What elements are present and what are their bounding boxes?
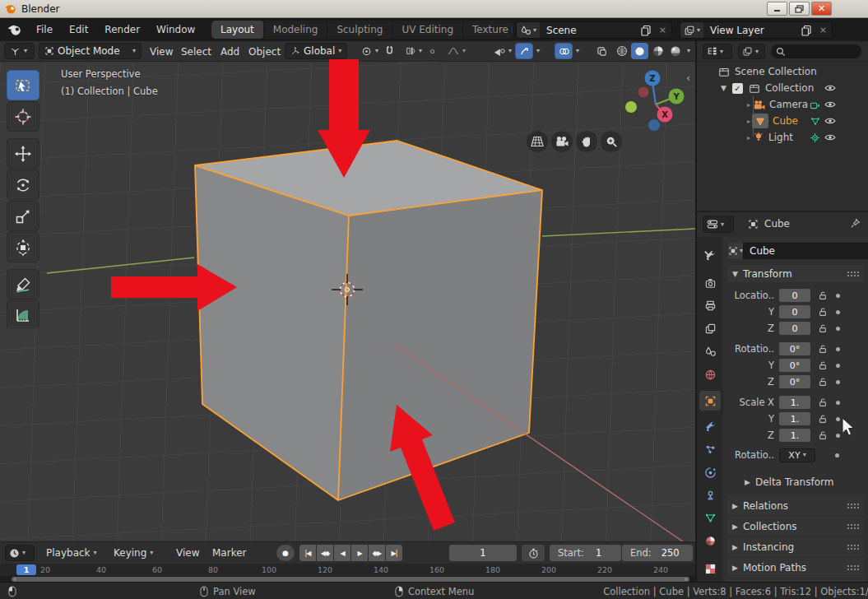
remove-view-layer-icon[interactable]: × <box>815 25 832 35</box>
marker-menu[interactable]: Marker <box>207 542 251 564</box>
rendered-shading-icon[interactable] <box>667 44 683 59</box>
toggle-xray[interactable] <box>594 43 612 59</box>
unlock-icon[interactable] <box>818 344 828 354</box>
properties-panel-header[interactable]: ▶ Relations <box>727 496 864 515</box>
keyframe-dot-icon[interactable] <box>836 417 840 421</box>
tab-scene[interactable] <box>699 341 721 362</box>
value-field[interactable]: 1. <box>779 396 810 409</box>
keyframe-dot-icon[interactable] <box>836 347 840 351</box>
outliner-row-light[interactable]: ▸ Light <box>697 129 868 146</box>
overlays-dropdown[interactable]: ▾ <box>574 43 591 59</box>
keyframe-dot-icon[interactable] <box>836 327 840 331</box>
scene-name[interactable]: Scene <box>540 25 638 36</box>
add-menu[interactable]: Add <box>216 41 244 62</box>
transport-button[interactable]: ◆▶ <box>369 545 385 561</box>
keyframe-dot-icon[interactable] <box>836 310 840 314</box>
transport-button[interactable]: ◀ <box>334 545 350 561</box>
value-field[interactable]: 0° <box>779 375 810 388</box>
menu-item[interactable]: Edit <box>61 21 96 39</box>
mode-selector[interactable]: Object Mode ▾ <box>39 43 142 59</box>
eye-icon[interactable] <box>824 117 836 125</box>
playback-menu[interactable]: Playback▾ <box>41 542 102 564</box>
maximize-button[interactable] <box>789 2 810 16</box>
view-layer-selector[interactable]: ▾ View Layer × <box>680 21 833 39</box>
transform-orientation-selector[interactable]: Global ▾ <box>285 43 347 59</box>
outliner-row-scene-collection[interactable]: Scene Collection <box>697 63 868 80</box>
keyframe-dot-icon[interactable] <box>836 364 840 368</box>
unlock-icon[interactable] <box>818 414 828 424</box>
view-menu[interactable]: View <box>171 542 204 564</box>
proportional-editing-toggle[interactable] <box>428 43 441 59</box>
tab-render[interactable] <box>699 273 721 294</box>
unlock-icon[interactable] <box>818 397 828 407</box>
outliner-row-camera[interactable]: ▸ Camera <box>697 96 868 113</box>
value-field[interactable]: 1. <box>779 412 810 425</box>
start-frame-field[interactable]: Start: 1 <box>550 545 621 561</box>
timeline-ruler[interactable]: 20406080100120140160180200220240 <box>0 564 695 576</box>
measure-tool[interactable] <box>7 300 39 328</box>
keyframe-dot-icon[interactable] <box>836 294 840 298</box>
tab-tool[interactable] <box>699 245 721 266</box>
tab-particles[interactable] <box>699 439 721 460</box>
menu-item[interactable]: Window <box>148 21 203 39</box>
tab-modifiers[interactable] <box>699 416 721 437</box>
outliner-filter[interactable]: ▾ <box>738 44 765 59</box>
rotate-tool[interactable] <box>7 169 39 200</box>
workspace-tab[interactable]: UV Editing <box>392 21 463 39</box>
pin-icon[interactable] <box>850 218 861 229</box>
playhead-marker[interactable]: 1 <box>16 564 36 575</box>
outliner-editor-selector[interactable]: ▾ <box>703 44 732 59</box>
tab-object-data[interactable] <box>699 508 721 529</box>
tab-material[interactable] <box>699 531 721 551</box>
unlock-icon[interactable] <box>818 430 828 440</box>
workspace-tab[interactable]: Texture Paint <box>463 21 513 39</box>
value-field[interactable]: 0 <box>779 322 810 335</box>
view-menu[interactable]: View <box>145 41 178 62</box>
blender-app-menu-icon[interactable] <box>7 22 22 37</box>
pan-hand-button[interactable] <box>576 131 597 152</box>
wireframe-shading-icon[interactable] <box>614 44 629 59</box>
cube-object[interactable] <box>195 141 542 500</box>
value-field[interactable]: 0° <box>779 342 810 355</box>
value-field[interactable]: 0 <box>779 305 810 318</box>
transport-button[interactable]: ▶ <box>351 545 368 561</box>
value-field[interactable]: 1. <box>779 429 810 442</box>
properties-editor-selector[interactable]: ▾ <box>703 216 734 233</box>
eye-icon[interactable] <box>824 100 836 109</box>
value-field[interactable]: 0 <box>779 289 810 302</box>
close-button[interactable]: ✕ <box>811 2 832 16</box>
scale-tool[interactable] <box>7 201 39 231</box>
drag-grip-icon[interactable] <box>847 271 859 277</box>
gizmo-axis-neg-y[interactable] <box>638 87 649 98</box>
outliner-search[interactable] <box>771 44 861 58</box>
keyframe-dot-icon[interactable] <box>835 453 839 457</box>
properties-panel-header[interactable]: ▶ Instancing <box>727 537 864 556</box>
properties-panel-header[interactable]: ▶ Collections <box>727 517 864 536</box>
pivot-point-selector[interactable]: ▾ <box>356 43 383 59</box>
tab-world[interactable] <box>699 365 721 385</box>
drag-grip-icon[interactable] <box>847 523 859 530</box>
show-overlays-toggle[interactable] <box>555 43 573 59</box>
value-field[interactable]: 0° <box>779 359 810 372</box>
unlock-icon[interactable] <box>818 323 828 333</box>
gizmo-axis-neg-x[interactable] <box>625 101 637 113</box>
keying-menu[interactable]: Keying▾ <box>109 542 158 564</box>
transform-tool[interactable] <box>7 232 39 262</box>
transport-button[interactable]: |◀ <box>299 545 316 561</box>
keyframe-dot-icon[interactable] <box>836 401 840 405</box>
move-tool[interactable] <box>7 138 39 169</box>
menu-item[interactable]: File <box>28 21 61 39</box>
tab-physics[interactable] <box>699 462 721 483</box>
orthographic-grid-button[interactable] <box>527 131 548 152</box>
drag-grip-icon[interactable] <box>847 564 859 571</box>
visibility-selector[interactable]: ▾ <box>489 43 517 59</box>
material-preview-shading-icon[interactable] <box>650 44 666 59</box>
proportional-falloff-selector[interactable]: ▾ <box>443 43 469 59</box>
view-layer-name[interactable]: View Layer <box>703 25 798 36</box>
editor-type-selector[interactable]: ▾ <box>4 43 35 59</box>
keyframe-dot-icon[interactable] <box>836 380 840 384</box>
transform-panel-header[interactable]: ▼ Transform <box>727 265 864 282</box>
timeline-editor-selector[interactable]: ▾ <box>5 545 35 561</box>
tab-output[interactable] <box>699 296 721 317</box>
gizmo-dropdown[interactable]: ▾ <box>535 43 551 59</box>
